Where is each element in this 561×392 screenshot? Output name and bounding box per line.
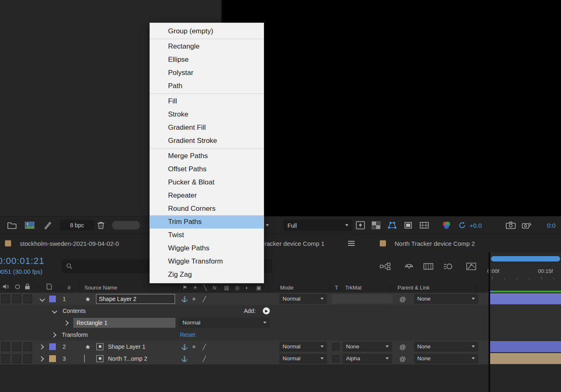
- resolution-dropdown[interactable]: Full: [283, 220, 353, 231]
- footage-thumbnail-icon[interactable]: [25, 222, 35, 229]
- parent-dropdown[interactable]: None: [414, 294, 478, 304]
- lock-toggle[interactable]: [23, 294, 32, 303]
- expand-chevron-icon[interactable]: [40, 355, 43, 362]
- timeline-tab-2[interactable]: North Tracker device Comp 2: [395, 240, 475, 247]
- menu-item-twist[interactable]: Twist: [150, 229, 264, 242]
- menu-item-fill[interactable]: Fill: [150, 95, 264, 108]
- snapshot-camera-icon[interactable]: [506, 221, 516, 229]
- column-source-name[interactable]: Source Name: [84, 284, 117, 290]
- reset-link[interactable]: Reset: [180, 331, 195, 338]
- zoom-dropdown-chevron-icon[interactable]: [266, 224, 269, 226]
- layer-name-edit[interactable]: Shape Layer 2: [96, 294, 175, 304]
- rectangle-name-selected[interactable]: Rectangle 1: [73, 318, 175, 328]
- menu-item-trim-paths[interactable]: Trim Paths: [150, 215, 264, 229]
- column-parent-link[interactable]: Parent & Link: [397, 284, 430, 290]
- timeline-scrollbar[interactable]: [491, 256, 560, 261]
- mask-visibility-icon[interactable]: [387, 221, 397, 229]
- video-toggle[interactable]: [1, 294, 10, 303]
- mini-flowchart-icon[interactable]: [380, 263, 390, 272]
- brush-icon[interactable]: [44, 221, 52, 229]
- layer-color-swatch[interactable]: [49, 295, 56, 303]
- layer-color-swatch[interactable]: [49, 355, 56, 362]
- preserve-transparency-toggle[interactable]: [332, 355, 339, 362]
- collapse-transformations-icon[interactable]: ⚓: [181, 296, 188, 302]
- parent-pickwhip-icon[interactable]: @: [400, 355, 406, 362]
- exposure-value[interactable]: +0.0: [470, 222, 482, 229]
- toolbar-pill-button[interactable]: [112, 221, 140, 230]
- rectangle-blend-dropdown[interactable]: Normal: [179, 318, 270, 328]
- collapse-transformations-icon[interactable]: ⚓: [181, 343, 188, 350]
- region-of-interest-icon[interactable]: [404, 221, 413, 229]
- blend-mode-dropdown[interactable]: Normal: [279, 354, 327, 364]
- blend-mode-dropdown[interactable]: Normal: [279, 342, 327, 352]
- add-menu-button[interactable]: ▶: [263, 307, 270, 314]
- menu-item-wiggle-transform[interactable]: Wiggle Transform: [150, 255, 264, 268]
- rectangle-chevron-icon[interactable]: [64, 319, 68, 327]
- trkmat-dropdown[interactable]: Alpha: [343, 354, 392, 364]
- parent-pickwhip-icon[interactable]: @: [400, 343, 406, 350]
- panel-menu-icon[interactable]: [348, 241, 355, 246]
- quality-icon[interactable]: ╱: [203, 355, 206, 362]
- shy-icon[interactable]: [404, 263, 414, 271]
- lock-toggle[interactable]: [23, 342, 32, 351]
- timeline-tab-1-tail[interactable]: racker device Comp 1: [264, 240, 325, 247]
- column-t[interactable]: T: [335, 284, 338, 290]
- audio-toggle[interactable]: [12, 342, 21, 351]
- bpc-button[interactable]: 8 bpc: [60, 220, 94, 231]
- layer-row-2[interactable]: 2 ★ Shape Layer 1 ⚓ ☀ ╱ Normal None @ No…: [0, 341, 561, 353]
- menu-item-polystar[interactable]: Polystar: [150, 66, 264, 79]
- menu-item-group-empty[interactable]: Group (empty): [150, 25, 264, 38]
- menu-item-repeater[interactable]: Repeater: [150, 189, 264, 202]
- menu-item-pucker-bloat[interactable]: Pucker & Bloat: [150, 176, 264, 189]
- transform-chevron-icon[interactable]: [52, 331, 56, 338]
- menu-item-zig-zag[interactable]: Zig Zag: [150, 268, 264, 281]
- expand-chevron-icon[interactable]: [40, 295, 44, 303]
- layer-name[interactable]: Shape Layer 1: [108, 343, 145, 350]
- layer-row-3[interactable]: 3 North T...omp 2 ⚓ ╱ Normal Alpha @ Non…: [0, 352, 561, 365]
- preserve-transparency-toggle[interactable]: [332, 343, 339, 350]
- video-toggle[interactable]: [1, 342, 10, 351]
- blend-mode-dropdown[interactable]: Normal: [279, 294, 327, 304]
- trkmat-dropdown[interactable]: None: [343, 342, 392, 352]
- channel-color-wheel-icon[interactable]: [442, 221, 451, 230]
- transparency-grid-icon[interactable]: [372, 221, 381, 229]
- parent-dropdown[interactable]: None: [414, 354, 478, 364]
- parent-pickwhip-icon[interactable]: @: [400, 295, 406, 302]
- audio-toggle[interactable]: [12, 294, 21, 303]
- column-mode[interactable]: Mode: [280, 284, 294, 290]
- menu-item-gradient-fill[interactable]: Gradient Fill: [150, 121, 264, 134]
- lock-toggle[interactable]: [23, 354, 32, 363]
- column-trkmat[interactable]: TrkMat: [345, 284, 362, 290]
- rasterize-icon[interactable]: ☀: [192, 343, 196, 350]
- guides-grid-icon[interactable]: [419, 221, 429, 229]
- transform-row[interactable]: Transform Reset: [0, 329, 561, 341]
- expand-chevron-icon[interactable]: [40, 343, 43, 350]
- menu-item-ellipse[interactable]: Ellipse: [150, 53, 264, 66]
- menu-item-round-corners[interactable]: Round Corners: [150, 202, 264, 215]
- menu-item-gradient-stroke[interactable]: Gradient Stroke: [150, 134, 264, 147]
- layer-track-bar[interactable]: [490, 341, 561, 352]
- column-number[interactable]: #: [68, 284, 70, 290]
- motion-blur-icon[interactable]: [443, 263, 453, 272]
- folder-icon[interactable]: [7, 222, 16, 229]
- layer-track-bar[interactable]: [490, 353, 561, 364]
- graph-editor-icon[interactable]: [466, 263, 476, 272]
- layer-color-swatch[interactable]: [49, 343, 56, 350]
- audio-toggle[interactable]: [12, 354, 21, 363]
- layer-row-1[interactable]: 1 ★ Shape Layer 2 ⚓ ☀ ╱ Normal @ None: [0, 293, 561, 305]
- trash-icon[interactable]: [97, 221, 105, 229]
- show-snapshot-icon[interactable]: [521, 221, 531, 229]
- parent-dropdown[interactable]: None: [414, 342, 478, 352]
- menu-item-stroke[interactable]: Stroke: [150, 108, 264, 121]
- frame-blend-icon[interactable]: [423, 263, 433, 272]
- quality-icon[interactable]: ╱: [203, 343, 206, 350]
- quality-icon[interactable]: ╱: [203, 296, 206, 302]
- collapse-transformations-icon[interactable]: ⚓: [181, 355, 188, 362]
- menu-item-merge-paths[interactable]: Merge Paths: [150, 149, 264, 163]
- current-timecode[interactable]: 0:00:01:21: [0, 256, 44, 266]
- menu-item-wiggle-paths[interactable]: Wiggle Paths: [150, 242, 264, 255]
- menu-item-offset-paths[interactable]: Offset Paths: [150, 163, 264, 176]
- rectangle-row[interactable]: Rectangle 1 Normal: [0, 317, 561, 329]
- layer-name[interactable]: North T...omp 2: [108, 355, 147, 362]
- menu-item-rectangle[interactable]: Rectangle: [150, 40, 264, 53]
